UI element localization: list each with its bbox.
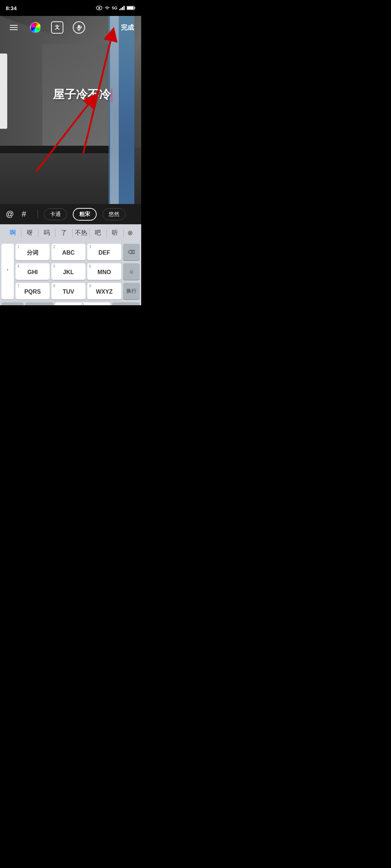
key-2-label: ABC bbox=[62, 250, 75, 256]
num-button[interactable]: 123 bbox=[112, 302, 140, 305]
color-picker-button[interactable] bbox=[29, 21, 42, 34]
svg-rect-5 bbox=[123, 6, 125, 10]
suggestion-3[interactable]: 了 bbox=[55, 226, 72, 240]
key-3-label: DEF bbox=[98, 250, 110, 256]
space-button[interactable]: 0 🎤 bbox=[55, 302, 110, 305]
font-separator bbox=[38, 210, 38, 218]
key-5-num: 5 bbox=[53, 264, 55, 268]
suggestion-bar: 啊 呀 吗 了 不热 吧 听 ⊗ bbox=[0, 224, 141, 241]
text-style-icon: 文 bbox=[51, 21, 63, 34]
suggestion-6[interactable]: 听 bbox=[107, 226, 123, 240]
svg-rect-2 bbox=[119, 9, 120, 10]
key-4-label: GHI bbox=[28, 269, 38, 276]
backspace-icon: ⌫ bbox=[128, 249, 135, 255]
svg-point-1 bbox=[98, 7, 100, 9]
keyboard: ' 1 分词 2 ABC 3 DEF 4 bbox=[0, 241, 141, 305]
key-6[interactable]: 6 MNO bbox=[87, 263, 121, 280]
at-button[interactable]: @ bbox=[6, 209, 16, 219]
5g-icon: 5G bbox=[112, 6, 117, 10]
svg-rect-4 bbox=[122, 7, 123, 10]
enter-button[interactable]: 换行 bbox=[123, 283, 140, 299]
key-2-num: 2 bbox=[53, 245, 55, 249]
text-style-button[interactable]: 文 bbox=[51, 21, 64, 34]
font-cusong[interactable]: 粗宋 bbox=[73, 208, 97, 221]
symbol-button[interactable]: 符号 bbox=[1, 302, 24, 305]
enter-label: 换行 bbox=[126, 288, 136, 294]
key-3[interactable]: 3 DEF bbox=[87, 244, 121, 260]
voice-icon bbox=[73, 21, 85, 34]
hamburger-icon bbox=[10, 25, 18, 30]
key-5-label: JKL bbox=[63, 269, 74, 276]
key-6-num: 6 bbox=[89, 264, 91, 268]
key-main-col: 1 分词 2 ABC 3 DEF 4 GHI 5 bbox=[16, 244, 121, 299]
key-8[interactable]: 8 TUV bbox=[51, 283, 85, 299]
key-row-inner-1: 1 分词 2 ABC 3 DEF bbox=[16, 244, 121, 260]
font-youran[interactable]: 悠然 bbox=[102, 208, 126, 220]
key-8-num: 8 bbox=[53, 284, 55, 288]
key-bottom-row: 符号 🌐 中/英 0 🎤 123 bbox=[1, 302, 140, 305]
toolbar-left: 文 bbox=[7, 21, 85, 34]
suggestion-2[interactable]: 吗 bbox=[38, 226, 55, 240]
font-cartoon[interactable]: 卡通 bbox=[44, 208, 67, 220]
space-num: 0 bbox=[81, 302, 84, 305]
font-bar: @ # 卡通 粗宋 悠然 bbox=[0, 204, 141, 224]
key-row-inner-2: 4 GHI 5 JKL 6 MNO bbox=[16, 263, 121, 280]
emoji-button[interactable]: ☺ bbox=[123, 263, 140, 280]
special-col: ' bbox=[1, 244, 14, 299]
svg-rect-3 bbox=[121, 8, 122, 10]
hash-button[interactable]: # bbox=[22, 209, 32, 219]
battery-icon bbox=[127, 6, 135, 10]
svg-rect-7 bbox=[127, 7, 134, 9]
key-row-inner-3: 7 PQRS 8 TUV 9 WXYZ bbox=[16, 283, 121, 299]
key-8-label: TUV bbox=[63, 289, 74, 295]
color-wheel-icon bbox=[30, 22, 41, 33]
suggestion-1[interactable]: 呀 bbox=[21, 226, 38, 240]
suggestion-0[interactable]: 啊 bbox=[4, 226, 21, 240]
suggestion-5[interactable]: 吧 bbox=[90, 226, 106, 240]
status-bar: 8:34 5G bbox=[0, 0, 141, 16]
key-6-label: MNO bbox=[97, 269, 111, 276]
text-overlay[interactable]: 屋子冷不冷 bbox=[53, 87, 112, 103]
hamburger-button[interactable] bbox=[7, 21, 20, 34]
key-9[interactable]: 9 WXYZ bbox=[87, 283, 121, 299]
key-7-num: 7 bbox=[17, 284, 20, 288]
status-icons: 5G bbox=[96, 6, 135, 10]
lang-switch-button[interactable]: 🌐 中/英 bbox=[25, 302, 53, 305]
emoji-icon: ☺ bbox=[129, 269, 134, 275]
key-9-num: 9 bbox=[89, 284, 91, 288]
svg-rect-8 bbox=[135, 7, 135, 9]
key-1-label: 分词 bbox=[27, 249, 38, 257]
key-apostrophe[interactable]: ' bbox=[1, 244, 14, 299]
key-1[interactable]: 1 分词 bbox=[16, 244, 50, 260]
key-4[interactable]: 4 GHI bbox=[16, 263, 50, 280]
key-7[interactable]: 7 PQRS bbox=[16, 283, 50, 299]
key-row-1: ' 1 分词 2 ABC 3 DEF 4 bbox=[1, 244, 140, 299]
key-7-label: PQRS bbox=[24, 289, 41, 295]
backspace-button[interactable]: ⌫ bbox=[123, 244, 140, 260]
text-cursor bbox=[112, 89, 112, 102]
delete-suggestion-button[interactable]: ⊗ bbox=[124, 229, 137, 237]
status-time: 8:34 bbox=[6, 5, 17, 11]
signal-icon bbox=[119, 6, 125, 10]
key-3-num: 3 bbox=[89, 245, 91, 249]
toolbar: 文 完成 bbox=[0, 16, 141, 39]
key-4-num: 4 bbox=[17, 264, 20, 268]
done-button[interactable]: 完成 bbox=[121, 23, 134, 32]
wifi-icon bbox=[104, 6, 110, 10]
key-2[interactable]: 2 ABC bbox=[51, 244, 85, 260]
overlay-text: 屋子冷不冷 bbox=[53, 88, 111, 101]
suggestion-4[interactable]: 不热 bbox=[73, 226, 89, 240]
tts-button[interactable] bbox=[72, 21, 85, 34]
camera-area bbox=[0, 16, 141, 204]
eye-icon bbox=[96, 6, 102, 10]
key-right-col: ⌫ ☺ 换行 bbox=[123, 244, 140, 299]
key-5[interactable]: 5 JKL bbox=[51, 263, 85, 280]
key-9-label: WXYZ bbox=[96, 289, 113, 295]
key-1-num: 1 bbox=[17, 245, 20, 249]
